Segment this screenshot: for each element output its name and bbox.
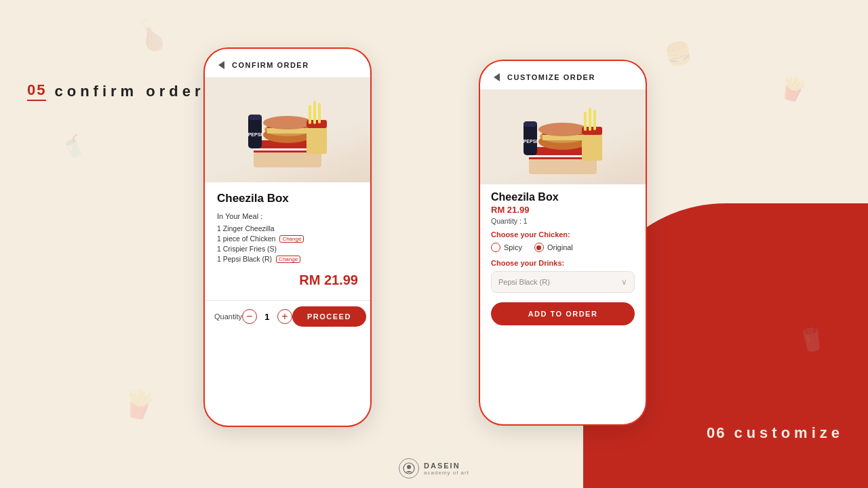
customize-order-title: CUSTOMIZE ORDER bbox=[507, 73, 595, 81]
svg-rect-32 bbox=[524, 121, 537, 127]
quantity-decrease-button[interactable]: − bbox=[242, 309, 257, 324]
meal-label: In Your Meal : bbox=[217, 212, 358, 220]
drinks-select-dropdown[interactable]: Pepsi Black (R) ∨ bbox=[491, 271, 635, 293]
quantity-label: Quantity bbox=[214, 312, 242, 321]
confirm-content: Cheezila Box In Your Meal : 1 Zinger Che… bbox=[205, 182, 370, 298]
svg-rect-11 bbox=[309, 105, 311, 124]
customize-item-name: Cheezila Box bbox=[491, 191, 635, 203]
svg-rect-30 bbox=[593, 110, 596, 130]
food-illustration-left: PEPSI bbox=[226, 86, 349, 174]
radio-original[interactable] bbox=[534, 243, 544, 252]
drinks-selected-value: Pepsi Black (R) bbox=[498, 278, 550, 286]
back-arrow-icon bbox=[218, 61, 224, 69]
svg-rect-28 bbox=[584, 112, 587, 131]
section-number-06: 06 bbox=[707, 424, 726, 442]
confirm-order-title: CONFIRM ORDER bbox=[232, 61, 309, 69]
deco-food-6: 🍟 bbox=[776, 71, 810, 105]
customize-quantity: Quantity : 1 bbox=[491, 217, 635, 225]
svg-point-8 bbox=[263, 116, 312, 129]
section-label-confirm: 05 confirm order bbox=[27, 81, 205, 101]
spicy-label: Spicy bbox=[504, 243, 522, 251]
confirm-food-image: PEPSI bbox=[205, 77, 370, 182]
phone-confirm-order: CONFIRM ORDER PEPSI bbox=[203, 47, 372, 427]
section-title-confirm: confirm order bbox=[54, 83, 204, 100]
add-to-order-button[interactable]: ADD TO ORDER bbox=[491, 302, 635, 325]
svg-rect-12 bbox=[313, 101, 316, 124]
dasein-logo: DASEIN academy of art bbox=[399, 458, 469, 479]
phone-customize-order: CUSTOMIZE ORDER PEPSI Cheezila Box RM 21… bbox=[479, 60, 647, 426]
confirm-order-header: CONFIRM ORDER bbox=[205, 49, 370, 77]
dasein-logo-icon bbox=[403, 462, 415, 474]
customize-order-header: CUSTOMIZE ORDER bbox=[480, 61, 646, 89]
dasein-text-block: DASEIN academy of art bbox=[424, 462, 469, 476]
choose-drinks-label: Choose your Drinks: bbox=[491, 259, 635, 267]
svg-text:PEPSI: PEPSI bbox=[248, 132, 262, 137]
confirm-item-name: Cheezila Box bbox=[217, 192, 358, 205]
svg-text:PEPSI: PEPSI bbox=[524, 139, 538, 144]
section-number-05: 05 bbox=[27, 81, 46, 101]
customize-back-button[interactable] bbox=[490, 70, 503, 84]
svg-point-35 bbox=[407, 465, 411, 469]
meal-item-1: 1 Zinger Cheezilla bbox=[217, 224, 358, 232]
meal-item-3: 1 Crispier Fries (S) bbox=[217, 245, 358, 253]
customize-price: RM 21.99 bbox=[491, 205, 635, 215]
radio-spicy[interactable] bbox=[491, 243, 500, 252]
chicken-option-spicy[interactable]: Spicy bbox=[491, 243, 522, 252]
proceed-button[interactable]: PROCEED bbox=[292, 306, 366, 327]
customize-content: Cheezila Box RM 21.99 Quantity : 1 Choos… bbox=[480, 184, 646, 332]
section-title-customize: customize bbox=[734, 424, 844, 442]
drinks-highlight: Drinks: bbox=[538, 259, 564, 267]
svg-rect-29 bbox=[589, 108, 591, 131]
svg-rect-15 bbox=[248, 115, 262, 120]
quantity-increase-button[interactable]: + bbox=[277, 309, 292, 324]
meal-item-4: 1 Pepsi Black (R) Change bbox=[217, 255, 358, 263]
chicken-options: Spicy Original bbox=[491, 243, 635, 252]
svg-rect-13 bbox=[318, 103, 321, 123]
chevron-down-icon: ∨ bbox=[621, 277, 627, 287]
chicken-highlight: Chicken: bbox=[538, 230, 570, 239]
deco-food-4: 🥤 bbox=[58, 131, 89, 162]
confirm-price: RM 21.99 bbox=[217, 272, 358, 288]
dasein-icon bbox=[399, 458, 419, 479]
customize-food-image: PEPSI bbox=[480, 89, 646, 184]
section-label-customize: 06 customize bbox=[707, 424, 844, 442]
deco-food-7: 🥤 bbox=[795, 321, 830, 354]
deco-food-2: 🍔 bbox=[662, 37, 694, 69]
change-tag-drink[interactable]: Change bbox=[276, 256, 300, 263]
confirm-back-button[interactable] bbox=[214, 58, 228, 72]
svg-point-25 bbox=[538, 123, 587, 136]
meal-item-2: 1 piece of Chicken Change bbox=[217, 235, 358, 243]
chicken-option-original[interactable]: Original bbox=[534, 243, 573, 252]
original-label: Original bbox=[547, 243, 573, 251]
food-illustration-right: PEPSI bbox=[502, 93, 624, 181]
quantity-value: 1 bbox=[262, 312, 272, 322]
deco-food-1: 🍗 bbox=[132, 16, 172, 54]
choose-chicken-label: Choose your Chicken: bbox=[491, 230, 635, 239]
dasein-name: DASEIN bbox=[424, 462, 469, 470]
change-tag-chicken[interactable]: Change bbox=[279, 235, 304, 243]
dasein-subtitle: academy of art bbox=[424, 470, 469, 476]
quantity-row: Quantity − 1 + PROCEED bbox=[205, 300, 370, 335]
quantity-controls: − 1 + bbox=[242, 309, 292, 324]
back-arrow-icon-right bbox=[494, 73, 500, 81]
deco-food-3: 🍟 bbox=[119, 386, 158, 423]
